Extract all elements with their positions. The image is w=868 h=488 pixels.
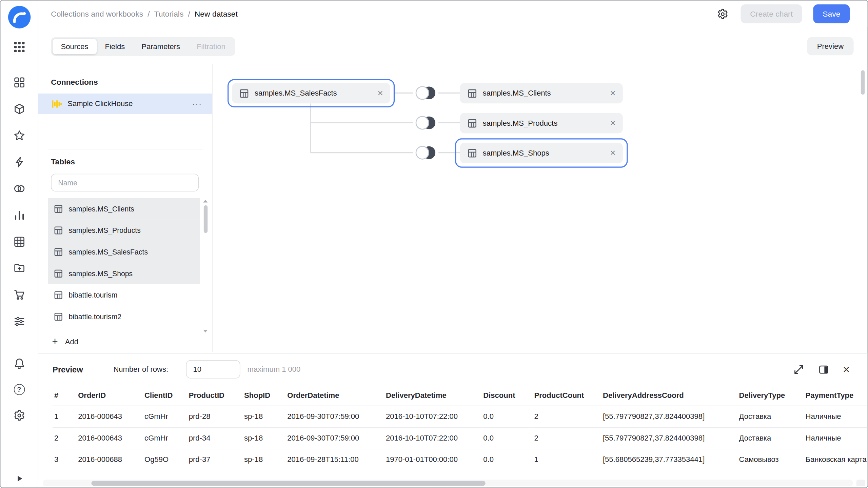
rows-max-hint: maximum 1 000 [248, 365, 301, 373]
dashboards-grid-icon[interactable] [13, 236, 25, 248]
breadcrumb-current-dataset: New dataset [195, 9, 238, 18]
cell: cGmHr [143, 406, 187, 427]
table-icon [467, 118, 477, 128]
tab-filtration[interactable]: Filtration [189, 39, 234, 54]
cell: prd-34 [187, 427, 242, 449]
expand-sidebar-play-icon[interactable] [14, 473, 25, 484]
cell: Банковская карта [804, 449, 868, 470]
breadcrumb-collections[interactable]: Collections and workbooks [51, 9, 143, 18]
rail-nav-bottom: ? [13, 358, 25, 422]
table-item-label: bibattle.tourism2 [68, 312, 121, 321]
tab-fields[interactable]: Fields [97, 39, 133, 54]
scrollbar-thumb[interactable] [91, 481, 485, 486]
panel-divider [48, 149, 203, 149]
preview-horizontal-scrollbar[interactable] [43, 480, 853, 487]
table-search-input[interactable] [51, 174, 199, 191]
connection-name: Sample ClickHouse [67, 100, 133, 108]
table-list-item-ms-products[interactable]: samples.MS_Products [48, 220, 200, 241]
settings-gear-icon[interactable] [13, 409, 25, 422]
remove-table-close-icon[interactable]: × [610, 118, 615, 128]
save-button[interactable]: Save [813, 4, 850, 23]
apps-grid-icon[interactable] [13, 41, 25, 53]
canvas-scrollbar[interactable] [861, 68, 865, 351]
node-label: samples.MS_Clients [483, 89, 551, 97]
tables-scrollbar[interactable] [204, 200, 208, 327]
cell: [55.797790827,37.824400398] [601, 406, 737, 427]
join-icon-products[interactable] [413, 115, 438, 131]
table-icon [467, 88, 477, 98]
table-list-item-ms-shops[interactable]: samples.MS_Shops [48, 263, 200, 285]
scrollbar-thumb[interactable] [861, 70, 865, 95]
expand-preview-icon[interactable] [792, 363, 805, 376]
cell: Наличные [804, 406, 868, 427]
tables-list: samples.MS_Clients samples.MS_Products s… [48, 198, 200, 327]
table-icon [54, 247, 63, 257]
table-list-item-tourism2[interactable]: bibattle.tourism2 [48, 306, 200, 328]
col-header: DeliveryAddressCoord [601, 385, 737, 405]
breadcrumb-separator: / [188, 9, 190, 18]
cell: [55.680565239,37.773353441] [601, 449, 737, 470]
widgets-icon[interactable] [13, 76, 25, 88]
scroll-up-arrow-icon[interactable] [203, 200, 208, 202]
sources-side-panel: Connections Sample ClickHouse ··· Tables… [38, 64, 213, 352]
cell: 1 [53, 406, 76, 427]
cell: 2016-000643 [76, 427, 143, 449]
left-rail: ? [1, 1, 38, 488]
split-view-icon[interactable] [817, 363, 830, 376]
join-icon-shops[interactable] [413, 145, 438, 161]
connection-item-sample-clickhouse[interactable]: Sample ClickHouse ··· [38, 94, 212, 114]
close-preview-icon[interactable]: × [842, 362, 851, 376]
cell: Доставка [737, 406, 804, 427]
canvas-node-clients[interactable]: samples.MS_Clients × [460, 83, 623, 103]
rows-count-input[interactable] [186, 360, 240, 379]
breadcrumb-tutorials[interactable]: Tutorials [154, 9, 184, 18]
tab-sources[interactable]: Sources [53, 39, 97, 54]
add-table-button[interactable]: + Add [52, 332, 212, 351]
remove-table-close-icon[interactable]: × [610, 148, 615, 158]
preview-toggle-button[interactable]: Preview [807, 37, 853, 55]
create-chart-button[interactable]: Create chart [741, 4, 802, 23]
table-row: 3 2016-000688 Og59O prd-37 sp-18 2016-09… [53, 449, 867, 470]
node-label: samples.MS_SalesFacts [255, 89, 337, 97]
tab-parameters[interactable]: Parameters [133, 39, 189, 54]
services-sliders-icon[interactable] [13, 316, 25, 328]
help-icon[interactable]: ? [14, 384, 25, 395]
table-icon [54, 226, 63, 235]
col-header: OrderDatetime [285, 385, 384, 405]
canvas-node-salesfacts[interactable]: samples.MS_SalesFacts × [232, 83, 390, 103]
scroll-down-arrow-icon[interactable] [203, 330, 208, 332]
canvas-node-shops[interactable]: samples.MS_Shops × [460, 143, 623, 163]
col-header: ProductCount [533, 385, 601, 405]
dataset-settings-gear-icon[interactable] [716, 7, 730, 21]
marketplace-cart-icon[interactable] [13, 289, 25, 301]
favorites-star-icon[interactable] [13, 129, 25, 142]
join-icon-clients[interactable] [413, 85, 438, 101]
preview-controls: Preview Number of rows: maximum 1 000 × [38, 353, 868, 385]
table-item-label: samples.MS_Clients [68, 205, 134, 213]
notifications-bell-icon[interactable] [13, 358, 25, 370]
cell: 0.0 [481, 406, 532, 427]
connection-menu-ellipsis-icon[interactable]: ··· [192, 99, 202, 108]
table-item-label: samples.MS_Shops [68, 269, 133, 278]
table-list-item-tourism[interactable]: bibattle.tourism [48, 284, 200, 306]
datasets-venn-icon[interactable] [13, 183, 25, 195]
canvas-node-products[interactable]: samples.MS_Products × [460, 113, 623, 133]
scrollbar-thumb[interactable] [204, 205, 208, 233]
charts-icon[interactable] [13, 209, 25, 221]
scrollbar-corner [856, 480, 865, 487]
cell: 1 [533, 449, 601, 470]
remove-table-close-icon[interactable]: × [610, 88, 615, 98]
collections-icon[interactable] [13, 103, 25, 115]
cell: Самовывоз [737, 449, 804, 470]
col-header: # [53, 385, 76, 405]
top-bar: Collections and workbooks / Tutorials / … [38, 1, 868, 27]
connections-lightning-icon[interactable] [13, 156, 25, 168]
cell: cGmHr [143, 427, 187, 449]
datalens-logo-icon[interactable] [6, 4, 32, 30]
table-list-item-ms-salesfacts[interactable]: samples.MS_SalesFacts [48, 241, 200, 263]
rows-count-label: Number of rows: [113, 365, 168, 373]
remove-table-close-icon[interactable]: × [378, 88, 383, 98]
table-list-item-ms-clients[interactable]: samples.MS_Clients [48, 198, 200, 220]
storage-folder-icon[interactable] [13, 262, 25, 274]
table-icon [239, 88, 249, 98]
